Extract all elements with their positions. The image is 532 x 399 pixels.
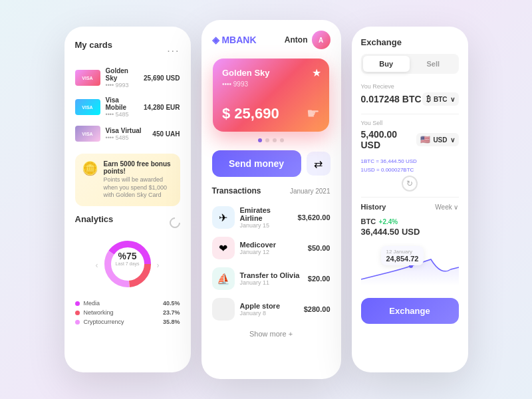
dot-1[interactable] bbox=[258, 138, 262, 142]
buy-sell-tabs: Buy Sell bbox=[361, 54, 459, 74]
usd-currency-selector[interactable]: 🇺🇸 USD ∨ bbox=[416, 133, 458, 146]
refresh-icon[interactable] bbox=[167, 215, 182, 230]
usd-flag-icon: 🇺🇸 bbox=[420, 135, 430, 144]
bonus-coin-icon: 🪙 bbox=[82, 160, 98, 176]
card-name: Golden Sky bbox=[106, 67, 139, 82]
legend-dot bbox=[75, 311, 80, 315]
transaction-item[interactable]: Apple store January 8 $280.00 bbox=[212, 294, 331, 325]
legend-value: 35.8% bbox=[163, 319, 180, 325]
transactions-date: January 2021 bbox=[290, 188, 331, 195]
credit-card: Golden Sky •••• 9993 $ 25,690 ★ ☛ bbox=[213, 59, 329, 132]
bank-logo: ◈ MBANK bbox=[212, 35, 257, 45]
right-panel: Exchange Buy Sell You Recieve 0.017248 B… bbox=[352, 27, 468, 372]
mid-panel: ◈ MBANK Anton A Golden Sky •••• 9993 $ 2… bbox=[201, 20, 341, 379]
price-chart: 12 January 24,854.72 bbox=[361, 239, 459, 293]
dot-2[interactable] bbox=[265, 138, 269, 142]
card-amount: 450 UAH bbox=[152, 130, 180, 138]
tx-info: Apple store January 8 bbox=[240, 302, 299, 317]
card-amount: 14,280 EUR bbox=[144, 104, 180, 111]
card-thumb: VISA bbox=[75, 126, 100, 142]
legend-value: 23.7% bbox=[163, 309, 180, 316]
tx-amount: $3,620.00 bbox=[298, 213, 331, 221]
tx-info: Medicover January 12 bbox=[240, 241, 303, 255]
bonus-text: Points will be awarded when you spend $1… bbox=[104, 176, 174, 200]
card-num: •••• 5485 bbox=[106, 134, 148, 141]
card-thumb: VISA bbox=[75, 70, 100, 86]
btc-change: +2.4% bbox=[379, 218, 398, 225]
sell-label: You Sell bbox=[361, 120, 459, 126]
btc-icon: ₿ bbox=[426, 94, 431, 104]
card-info: Golden Sky •••• 9993 bbox=[106, 67, 139, 88]
exchange-title: Exchange bbox=[361, 37, 459, 47]
legend-dot bbox=[75, 320, 80, 325]
transaction-item[interactable]: ⛵ Transfer to Olivia January 11 $20.00 bbox=[212, 263, 331, 294]
sell-tab[interactable]: Sell bbox=[410, 56, 457, 72]
cc-amount: $ 25,690 bbox=[222, 105, 279, 122]
card-pagination-dots bbox=[212, 138, 331, 142]
card-list: VISA Golden Sky •••• 9993 25,690 USD VIS… bbox=[75, 63, 180, 146]
analytics-legend: Media 40.5% Networking 23.7% Cryptocurre… bbox=[75, 300, 180, 325]
legend-item: Networking 23.7% bbox=[75, 309, 180, 316]
tx-icon: ❤ bbox=[212, 237, 235, 259]
tx-date: January 12 bbox=[240, 249, 303, 255]
tx-date: January 8 bbox=[240, 310, 299, 317]
exchange-button[interactable]: Exchange bbox=[361, 298, 459, 324]
show-more-button[interactable]: Show more + bbox=[212, 325, 331, 343]
receive-value: 0.017248 BTC bbox=[361, 94, 422, 104]
card-name: Visa Virtual bbox=[106, 127, 148, 134]
card-num: •••• 9993 bbox=[106, 82, 139, 88]
tx-info: Emirates Airline January 15 bbox=[240, 206, 293, 229]
transaction-list: ✈ Emirates Airline January 15 $3,620.00 … bbox=[212, 202, 331, 325]
tx-name: Medicover bbox=[240, 241, 303, 249]
sell-field: You Sell 5,400.00 USD 🇺🇸 USD ∨ bbox=[361, 120, 459, 150]
swap-icon[interactable]: ↻ bbox=[402, 176, 418, 192]
exchange-swap-button[interactable]: ⇄ bbox=[307, 152, 331, 176]
receive-label: You Recieve bbox=[361, 83, 459, 90]
cc-card-name: Golden Sky bbox=[222, 68, 320, 78]
btc-currency-selector[interactable]: ₿ BTC ∨ bbox=[422, 92, 459, 106]
card-item[interactable]: VISA Visa Virtual •••• 5485 450 UAH bbox=[75, 122, 180, 146]
btc-label: BTC bbox=[361, 217, 376, 225]
card-info: Visa Virtual •••• 5485 bbox=[106, 127, 148, 141]
donut-chart: ‹ %75 Last 7 days › bbox=[75, 237, 180, 293]
buy-tab[interactable]: Buy bbox=[363, 56, 410, 72]
my-cards-title: My cards bbox=[75, 40, 112, 50]
dot-3[interactable] bbox=[273, 138, 277, 142]
donut-sub: Last 7 days bbox=[116, 261, 140, 266]
history-period-selector[interactable]: Week ∨ bbox=[435, 203, 458, 211]
bank-logo-icon: ◈ bbox=[212, 35, 219, 45]
transaction-item[interactable]: ❤ Medicover January 12 $50.00 bbox=[212, 233, 331, 263]
send-money-button[interactable]: Send money bbox=[212, 150, 301, 177]
card-item[interactable]: VISA Visa Mobile •••• 5485 14,280 EUR bbox=[75, 92, 180, 122]
legend-item: Cryptocurrency 35.8% bbox=[75, 319, 180, 325]
dropdown-chevron-icon2: ∨ bbox=[450, 136, 455, 144]
legend-item: Media 40.5% bbox=[75, 300, 180, 307]
send-row: Send money ⇄ bbox=[212, 150, 331, 177]
tx-icon: ⛵ bbox=[212, 267, 235, 290]
more-menu-icon[interactable]: ... bbox=[167, 43, 180, 55]
transaction-item[interactable]: ✈ Emirates Airline January 15 $3,620.00 bbox=[212, 202, 331, 233]
btc-usd-price: 36,444.50 USD bbox=[361, 227, 459, 237]
prev-chevron-icon[interactable]: ‹ bbox=[93, 261, 101, 270]
analytics-title: Analytics bbox=[75, 214, 114, 224]
next-chevron-icon[interactable]: › bbox=[154, 261, 162, 270]
tx-name: Emirates Airline bbox=[240, 206, 293, 222]
tx-icon bbox=[212, 298, 235, 321]
tooltip-value: 24,854.72 bbox=[386, 255, 419, 263]
tx-name: Transfer to Olivia bbox=[240, 271, 303, 279]
card-item[interactable]: VISA Golden Sky •••• 9993 25,690 USD bbox=[75, 63, 180, 92]
tx-amount: $20.00 bbox=[308, 275, 331, 283]
card-thumb: VISA bbox=[75, 99, 100, 115]
tx-date: January 11 bbox=[240, 279, 303, 286]
tx-name: Apple store bbox=[240, 302, 299, 310]
chart-tooltip: 12 January 24,854.72 bbox=[381, 246, 424, 265]
donut-percent: %75 bbox=[116, 251, 140, 261]
dropdown-chevron-icon: ∨ bbox=[450, 96, 455, 103]
cc-card-number: •••• 9993 bbox=[222, 80, 320, 88]
dot-4[interactable] bbox=[280, 138, 284, 142]
divider-2 bbox=[361, 197, 459, 198]
tooltip-date: 12 January bbox=[386, 249, 419, 255]
tx-amount: $280.00 bbox=[304, 305, 331, 313]
btc-info: BTC +2.4% 36,444.50 USD bbox=[361, 215, 459, 237]
legend-label: Cryptocurrency bbox=[84, 319, 159, 325]
